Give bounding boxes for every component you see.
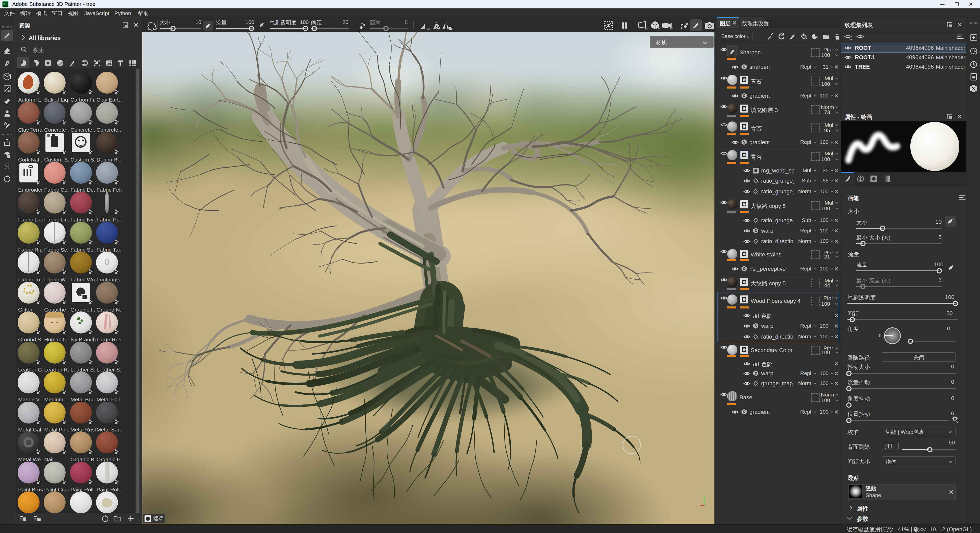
svg-text:1: 1 [859,35,861,38]
